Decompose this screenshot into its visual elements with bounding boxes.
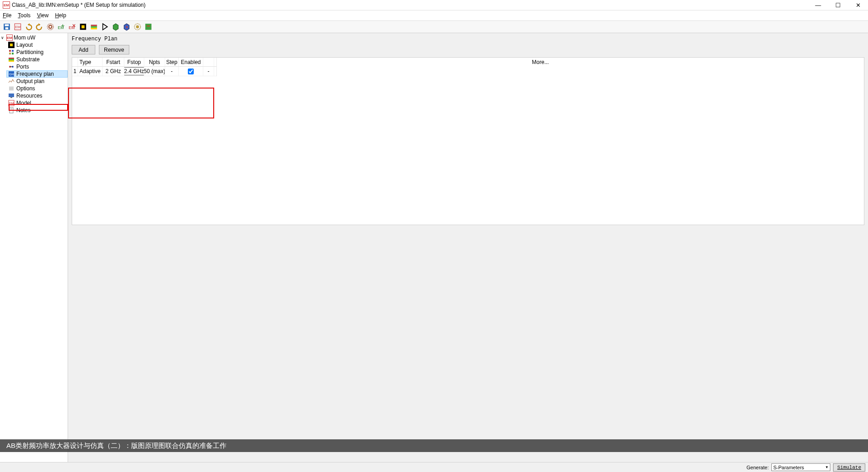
- sidebar-item-partitioning[interactable]: Partitioning: [6, 49, 68, 56]
- col-npts[interactable]: Npts: [144, 58, 165, 66]
- window-controls: — ☐ ✕: [808, 0, 868, 10]
- col-enabled[interactable]: Enabled: [179, 58, 203, 66]
- svg-rect-35: [10, 97, 12, 98]
- tree-root-label: Mom uW: [14, 34, 35, 41]
- sidebar-label: Ports: [16, 64, 29, 70]
- window-title: Class_AB_lib:IMN:emSetup * (EM Setup for…: [12, 2, 146, 8]
- svg-rect-10: [82, 25, 85, 29]
- box-green-icon[interactable]: [111, 22, 121, 32]
- cell-step[interactable]: -: [165, 67, 179, 76]
- gear-icon[interactable]: [45, 22, 55, 32]
- cell-enabled[interactable]: [179, 67, 203, 76]
- sidebar-item-model[interactable]: EMModel: [6, 99, 68, 107]
- maximize-button[interactable]: ☐: [828, 0, 848, 10]
- substrate-icon[interactable]: [89, 22, 99, 32]
- enabled-checkbox[interactable]: [188, 69, 194, 74]
- statusbar: Generate: S-Parameters ▼ Simulate: [0, 462, 868, 472]
- model-icon: EM: [8, 100, 15, 106]
- em-settings-icon[interactable]: EM: [13, 22, 23, 32]
- menu-tools[interactable]: Tools: [18, 12, 30, 19]
- sidebar-item-ports[interactable]: Ports: [6, 63, 68, 70]
- redo-icon[interactable]: [34, 22, 44, 32]
- fstop-input[interactable]: 2.4 GHz: [124, 67, 144, 75]
- generate-value: S-Parameters: [773, 465, 804, 470]
- menubar: File Tools View Help: [0, 10, 868, 20]
- sidebar-item-layout[interactable]: Layout: [6, 41, 68, 49]
- table-row[interactable]: 1 Adaptive 2 GHz 2.4 GHz 50 (max) - -: [72, 67, 216, 76]
- svg-rect-11: [91, 25, 97, 26]
- em-red-icon[interactable]: EM: [67, 22, 77, 32]
- cell-type[interactable]: Adaptive: [78, 67, 103, 76]
- em-icon: EM: [6, 34, 13, 41]
- svg-rect-13: [91, 28, 97, 29]
- tree-root[interactable]: ∨ EM Mom uW: [0, 34, 68, 41]
- panel-title: Frequency Plan: [72, 35, 864, 45]
- svg-rect-18: [147, 25, 150, 27]
- ports-icon: [8, 64, 15, 70]
- sidebar-item-output-plan[interactable]: Output plan: [6, 78, 68, 85]
- svg-rect-19: [9, 50, 11, 52]
- undo-icon[interactable]: [24, 22, 34, 32]
- sidebar-item-options[interactable]: Options: [6, 85, 68, 92]
- sidebar-item-notes[interactable]: Notes: [6, 107, 68, 114]
- sidebar-label: Notes: [16, 107, 30, 113]
- sidebar-item-resources[interactable]: Resources: [6, 92, 68, 99]
- col-type[interactable]: Type: [78, 58, 103, 66]
- col-fstop[interactable]: Fstop: [124, 58, 144, 66]
- more-column[interactable]: More...: [216, 58, 864, 76]
- cell-fstart[interactable]: 2 GHz: [103, 67, 124, 76]
- content-panel: Frequency Plan Add Remove Type Fstart Fs…: [68, 33, 868, 462]
- table-header: Type Fstart Fstop Npts Step Enabled: [72, 58, 216, 67]
- close-button[interactable]: ✕: [848, 0, 868, 10]
- sidebar-label: Substrate: [16, 56, 39, 63]
- generate-select[interactable]: S-Parameters ▼: [771, 463, 830, 471]
- minimize-button[interactable]: —: [808, 0, 828, 10]
- menu-file[interactable]: File: [3, 12, 11, 19]
- save-icon[interactable]: [2, 22, 12, 32]
- frequency-icon: GHz: [8, 71, 15, 77]
- output-icon: [8, 78, 15, 84]
- substrate-node-icon: [8, 56, 15, 63]
- cell-last: -: [203, 67, 214, 76]
- simulate-button[interactable]: Simulate: [833, 463, 865, 472]
- dropdown-icon: ▼: [824, 465, 830, 469]
- menu-help[interactable]: Help: [55, 12, 66, 19]
- tree-expand-icon[interactable]: ∨: [1, 35, 5, 40]
- sidebar-label: Layout: [16, 42, 33, 48]
- svg-rect-2: [5, 27, 9, 30]
- cell-npts[interactable]: 50 (max): [144, 67, 165, 76]
- remove-button[interactable]: Remove: [99, 45, 129, 54]
- svg-text:EM: EM: [15, 25, 20, 29]
- add-button[interactable]: Add: [72, 45, 95, 54]
- frequency-table: Type Fstart Fstop Npts Step Enabled 1 Ad…: [72, 57, 864, 225]
- generate-label: Generate:: [746, 465, 769, 470]
- svg-rect-21: [9, 53, 11, 54]
- svg-rect-23: [9, 58, 14, 59]
- sidebar-label: Output plan: [16, 78, 44, 84]
- col-step[interactable]: Step: [165, 58, 179, 66]
- menu-view[interactable]: View: [37, 12, 49, 19]
- sidebar-item-substrate[interactable]: Substrate: [6, 56, 68, 63]
- model-green-icon[interactable]: [143, 22, 153, 32]
- sidebar-label: Frequency plan: [16, 71, 54, 77]
- svg-point-5: [49, 25, 52, 29]
- svg-rect-24: [9, 59, 14, 60]
- em-green-icon[interactable]: EM: [56, 22, 66, 32]
- layout-node-icon: [8, 42, 15, 48]
- svg-rect-22: [12, 53, 14, 54]
- run-icon[interactable]: [100, 22, 110, 32]
- video-caption: AB类射频功率放大器设计与仿真（二）：版图原理图联合仿真的准备工作: [0, 439, 868, 452]
- box-multi-icon[interactable]: [122, 22, 132, 32]
- svg-rect-25: [9, 60, 14, 62]
- sidebar-item-frequency-plan[interactable]: GHzFrequency plan: [6, 70, 68, 78]
- cell-fstop[interactable]: 2.4 GHz: [124, 67, 144, 76]
- svg-rect-20: [12, 50, 14, 52]
- resources-icon: [8, 93, 15, 99]
- gear2-icon[interactable]: [132, 22, 142, 32]
- notes-icon: [8, 107, 15, 113]
- svg-text:EM: EM: [9, 102, 14, 105]
- options-icon: [8, 85, 15, 92]
- button-row: Add Remove: [72, 45, 864, 54]
- layout-icon[interactable]: [78, 22, 88, 32]
- col-fstart[interactable]: Fstart: [103, 58, 124, 66]
